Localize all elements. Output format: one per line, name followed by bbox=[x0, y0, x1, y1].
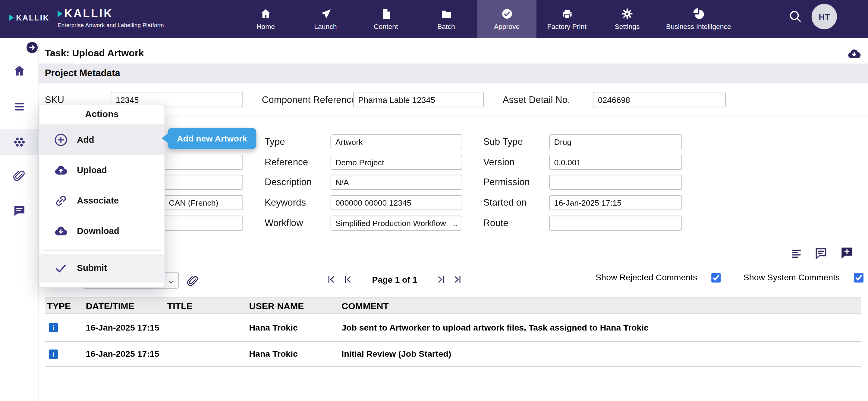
paperclip-icon bbox=[13, 169, 25, 182]
menu-item-label: Add bbox=[77, 135, 94, 144]
home-icon bbox=[13, 64, 26, 77]
comments-table-header: TYPE DATE/TIME TITLE USER NAME COMMENT bbox=[45, 297, 861, 314]
tooltip-arrow bbox=[161, 133, 168, 143]
app-root: KALLIK KALLIK Enterprise Artwork and Lab… bbox=[0, 0, 868, 401]
arrow-right-circle-icon bbox=[26, 41, 38, 54]
nav-item-settings[interactable]: Settings bbox=[610, 0, 645, 38]
keywords-input[interactable] bbox=[331, 195, 462, 210]
previous-page-button[interactable] bbox=[343, 274, 353, 287]
brand-tagline: Enterprise Artwork and Labelling Platfor… bbox=[58, 22, 164, 28]
chat-icon bbox=[13, 204, 26, 218]
download-task-button[interactable] bbox=[847, 46, 861, 63]
comment-icon bbox=[814, 246, 828, 260]
info-icon bbox=[49, 342, 58, 366]
pie-chart-icon bbox=[692, 8, 705, 20]
nav-item-factory-print[interactable]: Factory Print bbox=[539, 0, 595, 38]
sidebar-item-list[interactable] bbox=[13, 100, 26, 115]
user-avatar[interactable]: HT bbox=[812, 4, 837, 29]
search-icon bbox=[788, 9, 802, 23]
link-icon bbox=[54, 193, 68, 208]
approve-icon bbox=[501, 8, 513, 20]
col-title: TITLE bbox=[167, 297, 193, 314]
comment-list-button[interactable] bbox=[790, 247, 803, 262]
sidebar-item-comments[interactable] bbox=[13, 204, 26, 220]
menu-item-add[interactable]: Add bbox=[39, 124, 164, 155]
nav-item-launch[interactable]: Launch bbox=[308, 0, 343, 38]
avatar-initials: HT bbox=[819, 12, 830, 21]
attachment-filter-button[interactable] bbox=[187, 275, 198, 289]
sidebar-item-attachments[interactable] bbox=[13, 169, 25, 184]
add-comment-button[interactable] bbox=[840, 246, 854, 262]
nav-item-content[interactable]: Content bbox=[367, 0, 405, 38]
section-header-project-metadata[interactable]: Project Metadata bbox=[39, 64, 868, 83]
description-input[interactable] bbox=[331, 175, 462, 190]
left-sidebar bbox=[0, 38, 39, 401]
menu-item-upload[interactable]: Upload bbox=[39, 155, 164, 185]
kallik-logo-main: KALLIK Enterprise Artwork and Labelling … bbox=[58, 7, 164, 28]
last-page-button[interactable] bbox=[453, 274, 463, 287]
kallik-logo-small: KALLIK bbox=[9, 13, 50, 22]
first-page-icon bbox=[326, 274, 337, 285]
nav-item-business-intelligence[interactable]: Business Intelligence bbox=[654, 0, 743, 38]
started-on-input[interactable] bbox=[549, 195, 682, 210]
nav-item-batch[interactable]: Batch bbox=[430, 0, 463, 38]
asset-detail-input[interactable] bbox=[593, 92, 726, 107]
menu-item-label: Associate bbox=[77, 195, 119, 205]
component-reference-label: Component Reference bbox=[262, 95, 356, 106]
reference-input[interactable] bbox=[331, 155, 462, 170]
tooltip-text: Add new Artwork bbox=[177, 134, 247, 144]
reference-label: Reference bbox=[265, 157, 308, 168]
version-input[interactable] bbox=[549, 155, 682, 170]
show-rejected-comments-checkbox[interactable] bbox=[711, 273, 721, 282]
content-icon bbox=[380, 8, 392, 20]
show-system-comments-label: Show System Comments bbox=[744, 273, 840, 283]
kallik-mark-icon bbox=[58, 10, 63, 17]
chevron-down-icon bbox=[168, 277, 175, 288]
cell-user: Hana Trokic bbox=[249, 314, 298, 341]
page-title: Task: Upload Artwork bbox=[45, 47, 144, 59]
component-reference-input[interactable] bbox=[353, 92, 484, 107]
sidebar-expand-button[interactable] bbox=[26, 41, 38, 56]
align-left-icon bbox=[790, 247, 803, 260]
check-icon bbox=[54, 261, 68, 275]
cell-comment: Initial Review (Job Started) bbox=[341, 342, 451, 366]
cloud-download-icon bbox=[847, 46, 861, 61]
menu-item-label: Download bbox=[77, 226, 119, 236]
route-input[interactable] bbox=[549, 215, 682, 231]
cell-datetime: 16-Jan-2025 17:15 bbox=[86, 342, 159, 366]
table-row[interactable]: 16-Jan-2025 17:15 Hana Trokic Job sent t… bbox=[45, 314, 861, 342]
col-user: USER NAME bbox=[249, 297, 304, 314]
keywords-label: Keywords bbox=[265, 198, 306, 209]
view-comments-button[interactable] bbox=[814, 246, 828, 262]
menu-item-download[interactable]: Download bbox=[39, 215, 164, 246]
sidebar-item-home[interactable] bbox=[13, 64, 26, 79]
cluster-icon bbox=[13, 135, 26, 148]
show-system-comments-checkbox[interactable] bbox=[854, 273, 864, 282]
page-indicator: Page 1 of 1 bbox=[364, 275, 426, 285]
nav-item-approve[interactable]: Approve bbox=[477, 0, 536, 38]
workflow-label: Workflow bbox=[265, 218, 303, 229]
permission-input[interactable] bbox=[549, 175, 682, 190]
workflow-input[interactable] bbox=[331, 215, 462, 231]
search-button[interactable] bbox=[788, 9, 802, 25]
comment-plus-icon bbox=[840, 246, 854, 260]
gear-icon bbox=[621, 8, 633, 20]
sub-type-input[interactable] bbox=[549, 134, 682, 149]
sidebar-item-assets[interactable] bbox=[13, 135, 26, 150]
last-page-icon bbox=[453, 274, 463, 285]
description-label: Description bbox=[265, 177, 312, 188]
menu-divider bbox=[42, 250, 161, 251]
type-input[interactable] bbox=[331, 134, 462, 149]
table-row[interactable]: 16-Jan-2025 17:15 Hana Trokic Initial Re… bbox=[45, 342, 861, 367]
nav-item-home[interactable]: Home bbox=[249, 0, 282, 38]
asset-detail-label: Asset Detail No. bbox=[503, 95, 570, 106]
cloud-upload-icon bbox=[54, 163, 68, 177]
previous-page-icon bbox=[343, 274, 353, 285]
next-page-button[interactable] bbox=[436, 274, 446, 287]
menu-item-associate[interactable]: Associate bbox=[39, 185, 164, 215]
home-icon bbox=[259, 8, 272, 20]
menu-item-submit[interactable]: Submit bbox=[39, 254, 164, 283]
actions-menu-title: Actions bbox=[39, 109, 164, 120]
first-page-button[interactable] bbox=[326, 274, 337, 287]
paperclip-icon bbox=[187, 275, 198, 287]
